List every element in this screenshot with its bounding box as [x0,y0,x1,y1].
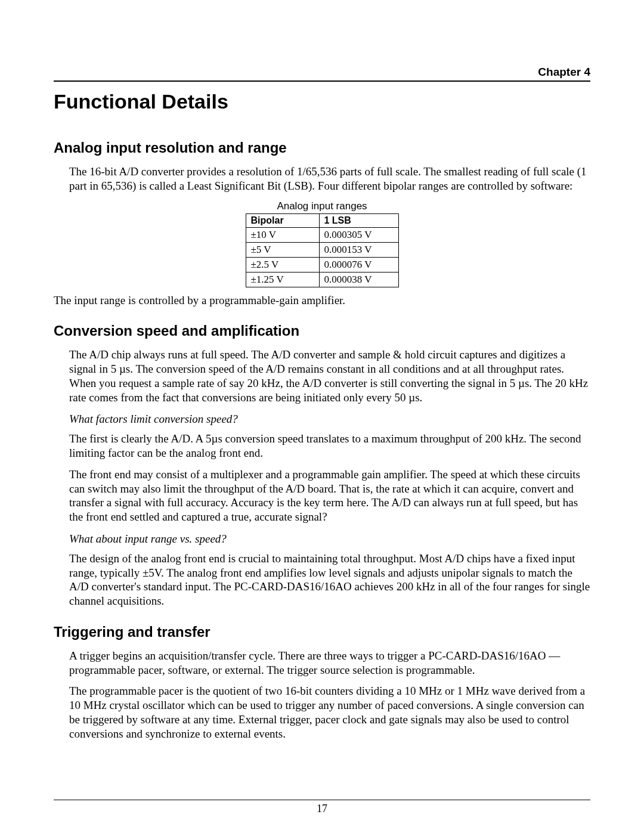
chapter-title: Functional Details [54,90,590,113]
table-cell: 0.000305 V [319,227,398,242]
footer-rule [54,800,590,800]
analog-input-ranges-table: Bipolar 1 LSB ±10 V 0.000305 V ±5 V 0.00… [246,213,399,287]
para-conv-3: The front end may consist of a multiplex… [54,467,590,524]
table-header: 1 LSB [319,213,398,227]
chapter-label: Chapter 4 [54,66,590,82]
page: Chapter 4 Functional Details Analog inpu… [0,0,644,833]
subhead-range-speed: What about input range vs. speed? [54,532,590,546]
para-conv-4: The design of the analog front end is cr… [54,552,590,608]
table-row: ±2.5 V 0.000076 V [246,257,398,272]
table-cell: 0.000153 V [319,242,398,257]
para-conv-2: The first is clearly the A/D. A 5µs conv… [54,432,590,460]
subhead-factors: What factors limit conversion speed? [54,413,590,426]
table-header: Bipolar [246,213,319,227]
page-number: 17 [0,803,644,815]
table-cell: 0.000076 V [319,257,398,272]
table-cell: ±1.25 V [246,272,319,287]
heading-analog: Analog input resolution and range [54,140,590,156]
table-caption: Analog input ranges [54,200,590,212]
para-analog-gain: The input range is controlled by a progr… [54,293,590,308]
table-cell: ±5 V [246,242,319,257]
table-cell: ±10 V [246,227,319,242]
para-trig-1: A trigger begins an acquisition/transfer… [54,649,590,677]
table-row: ±1.25 V 0.000038 V [246,272,398,287]
table-cell: ±2.5 V [246,257,319,272]
para-trig-2: The programmable pacer is the quotient o… [54,684,590,741]
para-analog-intro: The 16-bit A/D converter provides a reso… [54,165,590,193]
heading-conversion: Conversion speed and amplification [54,323,590,339]
heading-trigger: Triggering and transfer [54,624,590,640]
table-header-row: Bipolar 1 LSB [246,213,398,227]
para-conv-1: The A/D chip always runs at full speed. … [54,348,590,404]
table-cell: 0.000038 V [319,272,398,287]
table-row: ±10 V 0.000305 V [246,227,398,242]
table-row: ±5 V 0.000153 V [246,242,398,257]
